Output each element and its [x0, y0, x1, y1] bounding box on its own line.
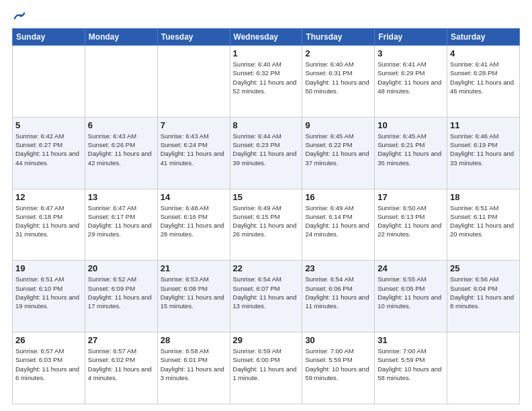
weekday-header-saturday: Saturday — [447, 29, 520, 46]
day-number: 27 — [88, 335, 154, 345]
calendar-cell: 9Sunrise: 6:45 AM Sunset: 6:22 PM Daylig… — [302, 117, 375, 189]
day-info: Sunrise: 6:49 AM Sunset: 6:14 PM Dayligh… — [305, 203, 371, 239]
calendar-cell: 5Sunrise: 6:42 AM Sunset: 6:27 PM Daylig… — [13, 117, 85, 189]
day-info: Sunrise: 6:47 AM Sunset: 6:18 PM Dayligh… — [15, 203, 82, 239]
day-info: Sunrise: 6:47 AM Sunset: 6:17 PM Dayligh… — [88, 203, 154, 239]
day-number: 7 — [161, 120, 227, 130]
calendar-week-row: 26Sunrise: 6:57 AM Sunset: 6:03 PM Dayli… — [13, 332, 520, 404]
day-number: 3 — [378, 48, 444, 58]
day-number: 18 — [450, 192, 517, 202]
day-info: Sunrise: 6:42 AM Sunset: 6:27 PM Dayligh… — [15, 132, 82, 167]
day-info: Sunrise: 7:00 AM Sunset: 5:59 PM Dayligh… — [378, 347, 444, 382]
day-info: Sunrise: 6:54 AM Sunset: 6:06 PM Dayligh… — [305, 275, 371, 310]
day-number: 22 — [233, 263, 300, 273]
calendar-week-row: 5Sunrise: 6:42 AM Sunset: 6:27 PM Daylig… — [13, 117, 520, 189]
day-info: Sunrise: 6:56 AM Sunset: 6:04 PM Dayligh… — [450, 275, 517, 310]
day-number: 1 — [233, 48, 300, 58]
day-info: Sunrise: 6:59 AM Sunset: 6:00 PM Dayligh… — [233, 347, 300, 382]
day-number: 23 — [305, 263, 371, 273]
day-number: 6 — [88, 120, 154, 130]
page: SundayMondayTuesdayWednesdayThursdayFrid… — [0, 0, 532, 411]
day-info: Sunrise: 6:49 AM Sunset: 6:15 PM Dayligh… — [233, 203, 300, 239]
day-info: Sunrise: 6:57 AM Sunset: 6:03 PM Dayligh… — [15, 347, 82, 382]
calendar-cell: 20Sunrise: 6:52 AM Sunset: 6:09 PM Dayli… — [85, 261, 157, 332]
day-number: 20 — [88, 263, 154, 273]
calendar-cell: 21Sunrise: 6:53 AM Sunset: 6:08 PM Dayli… — [157, 261, 230, 332]
calendar-cell: 1Sunrise: 6:40 AM Sunset: 6:32 PM Daylig… — [230, 46, 302, 118]
day-number: 15 — [233, 192, 300, 202]
weekday-header-row: SundayMondayTuesdayWednesdayThursdayFrid… — [13, 29, 520, 46]
day-info: Sunrise: 6:52 AM Sunset: 6:09 PM Dayligh… — [88, 275, 154, 310]
calendar-cell: 6Sunrise: 6:43 AM Sunset: 6:26 PM Daylig… — [85, 117, 157, 189]
logo-bird-icon — [13, 12, 26, 21]
calendar-cell — [85, 46, 157, 118]
day-info: Sunrise: 6:55 AM Sunset: 6:05 PM Dayligh… — [378, 275, 444, 310]
calendar-cell — [157, 46, 230, 118]
weekday-header-thursday: Thursday — [302, 29, 375, 46]
calendar-cell: 4Sunrise: 6:41 AM Sunset: 6:28 PM Daylig… — [447, 46, 520, 118]
day-info: Sunrise: 6:48 AM Sunset: 6:16 PM Dayligh… — [161, 203, 227, 239]
day-info: Sunrise: 6:40 AM Sunset: 6:32 PM Dayligh… — [233, 60, 300, 95]
weekday-header-wednesday: Wednesday — [230, 29, 302, 46]
calendar-cell: 10Sunrise: 6:45 AM Sunset: 6:21 PM Dayli… — [375, 117, 447, 189]
day-info: Sunrise: 6:50 AM Sunset: 6:13 PM Dayligh… — [378, 203, 444, 239]
day-number: 4 — [450, 48, 517, 58]
day-number: 10 — [378, 120, 444, 130]
day-info: Sunrise: 6:45 AM Sunset: 6:22 PM Dayligh… — [305, 132, 371, 167]
day-info: Sunrise: 6:45 AM Sunset: 6:21 PM Dayligh… — [378, 132, 444, 167]
day-number: 12 — [15, 192, 82, 202]
calendar-cell: 29Sunrise: 6:59 AM Sunset: 6:00 PM Dayli… — [230, 332, 302, 404]
calendar-cell: 3Sunrise: 6:41 AM Sunset: 6:29 PM Daylig… — [375, 46, 447, 118]
calendar-table: SundayMondayTuesdayWednesdayThursdayFrid… — [12, 28, 520, 404]
calendar-cell: 8Sunrise: 6:44 AM Sunset: 6:23 PM Daylig… — [230, 117, 302, 189]
weekday-header-tuesday: Tuesday — [157, 29, 230, 46]
calendar-cell: 14Sunrise: 6:48 AM Sunset: 6:16 PM Dayli… — [157, 189, 230, 261]
calendar-cell: 15Sunrise: 6:49 AM Sunset: 6:15 PM Dayli… — [230, 189, 302, 261]
day-number: 25 — [450, 263, 517, 273]
day-info: Sunrise: 6:41 AM Sunset: 6:28 PM Dayligh… — [450, 60, 517, 95]
weekday-header-sunday: Sunday — [13, 29, 85, 46]
calendar-cell: 13Sunrise: 6:47 AM Sunset: 6:17 PM Dayli… — [85, 189, 157, 261]
day-number: 31 — [378, 335, 444, 345]
day-number: 13 — [88, 192, 154, 202]
day-number: 30 — [305, 335, 371, 345]
calendar-cell: 25Sunrise: 6:56 AM Sunset: 6:04 PM Dayli… — [447, 261, 520, 332]
calendar-cell: 26Sunrise: 6:57 AM Sunset: 6:03 PM Dayli… — [13, 332, 85, 404]
day-info: Sunrise: 6:46 AM Sunset: 6:19 PM Dayligh… — [450, 132, 517, 167]
day-info: Sunrise: 6:54 AM Sunset: 6:07 PM Dayligh… — [233, 275, 300, 310]
weekday-header-friday: Friday — [375, 29, 447, 46]
calendar-week-row: 1Sunrise: 6:40 AM Sunset: 6:32 PM Daylig… — [13, 46, 520, 118]
logo — [12, 12, 26, 21]
day-number: 11 — [450, 120, 517, 130]
day-info: Sunrise: 6:40 AM Sunset: 6:31 PM Dayligh… — [305, 60, 371, 95]
day-info: Sunrise: 6:58 AM Sunset: 6:01 PM Dayligh… — [161, 347, 227, 382]
day-number: 9 — [305, 120, 371, 130]
calendar-cell: 16Sunrise: 6:49 AM Sunset: 6:14 PM Dayli… — [302, 189, 375, 261]
day-number: 21 — [161, 263, 227, 273]
calendar-cell: 12Sunrise: 6:47 AM Sunset: 6:18 PM Dayli… — [13, 189, 85, 261]
calendar-cell: 30Sunrise: 7:00 AM Sunset: 5:59 PM Dayli… — [302, 332, 375, 404]
calendar-cell: 17Sunrise: 6:50 AM Sunset: 6:13 PM Dayli… — [375, 189, 447, 261]
calendar-cell: 2Sunrise: 6:40 AM Sunset: 6:31 PM Daylig… — [302, 46, 375, 118]
day-info: Sunrise: 6:57 AM Sunset: 6:02 PM Dayligh… — [88, 347, 154, 382]
calendar-week-row: 19Sunrise: 6:51 AM Sunset: 6:10 PM Dayli… — [13, 261, 520, 332]
calendar-cell — [13, 46, 85, 118]
calendar-week-row: 12Sunrise: 6:47 AM Sunset: 6:18 PM Dayli… — [13, 189, 520, 261]
day-number: 5 — [15, 120, 82, 130]
day-number: 28 — [161, 335, 227, 345]
day-number: 8 — [233, 120, 300, 130]
day-info: Sunrise: 6:53 AM Sunset: 6:08 PM Dayligh… — [161, 275, 227, 310]
day-info: Sunrise: 6:43 AM Sunset: 6:24 PM Dayligh… — [161, 132, 227, 167]
calendar-cell: 31Sunrise: 7:00 AM Sunset: 5:59 PM Dayli… — [375, 332, 447, 404]
day-number: 2 — [305, 48, 371, 58]
day-number: 24 — [378, 263, 444, 273]
day-info: Sunrise: 7:00 AM Sunset: 5:59 PM Dayligh… — [305, 347, 371, 382]
day-info: Sunrise: 6:44 AM Sunset: 6:23 PM Dayligh… — [233, 132, 300, 167]
day-number: 14 — [161, 192, 227, 202]
calendar-cell: 24Sunrise: 6:55 AM Sunset: 6:05 PM Dayli… — [375, 261, 447, 332]
weekday-header-monday: Monday — [85, 29, 157, 46]
day-number: 29 — [233, 335, 300, 345]
calendar-cell: 28Sunrise: 6:58 AM Sunset: 6:01 PM Dayli… — [157, 332, 230, 404]
day-number: 26 — [15, 335, 82, 345]
calendar-cell: 22Sunrise: 6:54 AM Sunset: 6:07 PM Dayli… — [230, 261, 302, 332]
